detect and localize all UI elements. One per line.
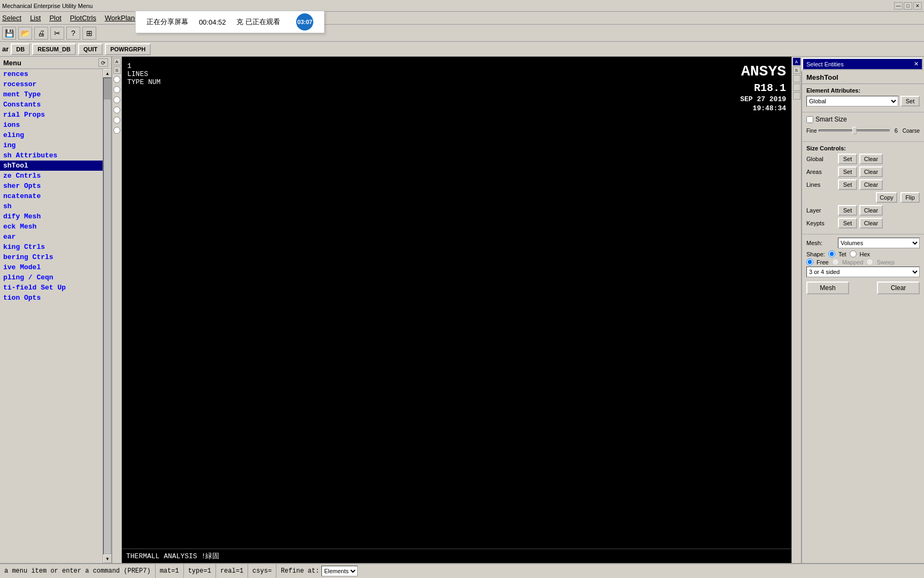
refine-label: Refine at: <box>281 567 319 575</box>
menu-plotctrls[interactable]: PlotCtrls <box>70 14 96 22</box>
scroll-down-arrow[interactable]: ▼ <box>103 554 111 563</box>
viewport-status: THERMALL ANALYSIS !緑固 <box>122 549 791 563</box>
layer-clear-btn[interactable]: Clear <box>859 205 883 216</box>
element-attributes-row: Global Set <box>806 96 920 107</box>
sidebar-item-dify-mesh[interactable]: dify Mesh <box>0 211 103 222</box>
size-controls-global-clear[interactable]: Clear <box>859 154 883 164</box>
status-mat: mat=1 <box>155 564 183 578</box>
mesh-section: Mesh: Volumes Shape: Tet Hex Free <box>802 234 924 300</box>
flip-btn[interactable]: Flip <box>900 192 920 203</box>
sidebar-collapse-btn[interactable]: ⟳ <box>98 58 108 67</box>
coarse-label: Coarse <box>903 128 920 134</box>
toolbar-open[interactable]: 📂 <box>18 27 32 40</box>
element-attributes-set-btn[interactable]: Set <box>900 96 920 107</box>
strip-radio-4[interactable] <box>113 107 120 113</box>
mesh-btn[interactable]: Mesh <box>806 282 849 294</box>
sharing-time: 00:04:52 <box>199 18 226 26</box>
strip-radio-3[interactable] <box>113 96 120 103</box>
layer-set-btn[interactable]: Set <box>838 205 857 216</box>
toolbar-print[interactable]: 🖨 <box>34 27 48 40</box>
smart-size-checkbox[interactable] <box>806 116 813 123</box>
mapped-radio[interactable] <box>832 258 839 265</box>
sidebar-item-eling[interactable]: eling <box>0 130 103 140</box>
sidebar-item-rial-props[interactable]: rial Props <box>0 110 103 120</box>
sidebar-item-ti-field[interactable]: ti-field Set Up <box>0 283 103 293</box>
sidebar-item-pling-ceqn[interactable]: pling / Ceqn <box>0 272 103 283</box>
meshing-type-row: Free Mapped Sweep <box>806 258 920 265</box>
sidebar-item-sher-opts[interactable]: sher Opts <box>0 181 103 191</box>
size-controls-lines-clear[interactable]: Clear <box>859 179 883 190</box>
cmd-powrgrph[interactable]: POWRGRPH <box>105 43 151 55</box>
sidebar-item-ment-type[interactable]: ment Type <box>0 89 103 100</box>
size-controls-lines-set[interactable]: Set <box>838 179 857 190</box>
scroll-track[interactable] <box>103 78 111 554</box>
sidebar-item-rocessor[interactable]: rocessor <box>0 79 103 89</box>
hex-radio[interactable] <box>850 250 857 257</box>
copy-btn[interactable]: Copy <box>876 192 897 203</box>
close-button[interactable]: ✕ <box>913 2 922 10</box>
sidebar-item-rences[interactable]: rences <box>0 69 103 79</box>
cmd-prefix: ar <box>2 45 9 53</box>
sidebar-item-tion-opts[interactable]: tion Opts <box>0 293 103 303</box>
menu-list[interactable]: List <box>30 14 41 22</box>
sidebar-item-sh[interactable]: sh <box>0 201 103 211</box>
toolbar-cut[interactable]: ✂ <box>50 27 64 40</box>
strip-btn-1[interactable]: A <box>113 58 121 65</box>
toolbar-grid[interactable]: ⊞ <box>82 27 96 40</box>
strip-radio-6[interactable] <box>113 127 120 134</box>
strip-radio-2[interactable] <box>113 86 120 93</box>
scroll-up-arrow[interactable]: ▲ <box>103 69 111 78</box>
select-entities-close[interactable]: ✕ <box>914 60 919 67</box>
sidebar-item-eck-mesh[interactable]: eck Mesh <box>0 222 103 232</box>
toolbar-save[interactable]: 💾 <box>2 27 16 40</box>
menu-workplane[interactable]: WorkPlane <box>105 14 138 22</box>
timer-badge: 03:07 <box>296 13 313 31</box>
menu-plot[interactable]: Plot <box>49 14 61 22</box>
tet-radio[interactable] <box>828 250 835 257</box>
sidebar-item-bering-ctrls[interactable]: bering Ctrls <box>0 252 103 262</box>
viewport-status-text: THERMALL ANALYSIS !緑固 <box>126 552 219 560</box>
right-strip-right: A S <box>791 57 801 563</box>
scroll-thumb[interactable] <box>104 78 111 100</box>
sidebar-item-ing[interactable]: ing <box>0 140 103 150</box>
viewport: 1 LINES TYPE NUM ANSYS R18.1 SEP 27 2019… <box>122 57 791 563</box>
maximize-button[interactable]: □ <box>904 2 912 10</box>
slider-thumb[interactable] <box>852 127 857 134</box>
strip-radio-5[interactable] <box>113 117 120 124</box>
keypts-set-btn[interactable]: Set <box>838 218 857 229</box>
mesh-clear-btn[interactable]: Clear <box>877 282 920 294</box>
keypts-clear-btn[interactable]: Clear <box>859 218 883 229</box>
sidebar-item-sh-attributes[interactable]: sh Attributes <box>0 150 103 161</box>
sweep-radio[interactable] <box>866 258 873 265</box>
mesh-dropdown[interactable]: Volumes <box>838 238 920 248</box>
sidebar-item-king-ctrls[interactable]: king Ctrls <box>0 242 103 252</box>
sidebar-item-ncatenate[interactable]: ncatenate <box>0 191 103 201</box>
menu-select[interactable]: Select <box>2 14 21 22</box>
sidebar-item-meshtool[interactable]: shTool <box>0 161 103 171</box>
size-controls-areas-clear[interactable]: Clear <box>859 166 883 177</box>
layer-row: Layer Set Clear <box>806 205 920 216</box>
toolbar-help[interactable]: ? <box>66 27 80 40</box>
sidebar-item-ear[interactable]: ear <box>0 232 103 242</box>
strip-radio-1[interactable] <box>113 76 120 83</box>
sidebar-item-ive-model[interactable]: ive Model <box>0 262 103 272</box>
refine-dropdown[interactable]: Elements <box>321 566 358 576</box>
sides-dropdown[interactable]: 3 or 4 sided <box>806 267 920 277</box>
sidebar-item-ze-cntrls[interactable]: ze Cntrls <box>0 171 103 181</box>
cmd-db[interactable]: DB <box>11 43 30 55</box>
size-controls-global-set[interactable]: Set <box>838 154 857 164</box>
sidebar-item-ions[interactable]: ions <box>0 120 103 130</box>
sharing-status: 正在分享屏幕 <box>147 17 188 27</box>
cmd-resum-db[interactable]: RESUM_DB <box>32 43 76 55</box>
element-attributes-label: Element Attributes: <box>806 87 920 94</box>
element-attributes-dropdown[interactable]: Global <box>806 96 898 107</box>
sidebar-item-constants[interactable]: Constants <box>0 100 103 110</box>
smart-size-section: Smart Size Fine 6 Coarse <box>802 112 924 142</box>
status-bar: a menu item or enter a command (PREP7) m… <box>0 563 924 578</box>
cmd-quit[interactable]: QUIT <box>78 43 103 55</box>
free-radio[interactable] <box>806 258 813 265</box>
size-controls-areas-set[interactable]: Set <box>838 166 857 177</box>
sides-row: 3 or 4 sided <box>806 267 920 277</box>
strip-btn-2[interactable]: S <box>113 66 121 74</box>
minimize-button[interactable]: — <box>894 2 903 10</box>
